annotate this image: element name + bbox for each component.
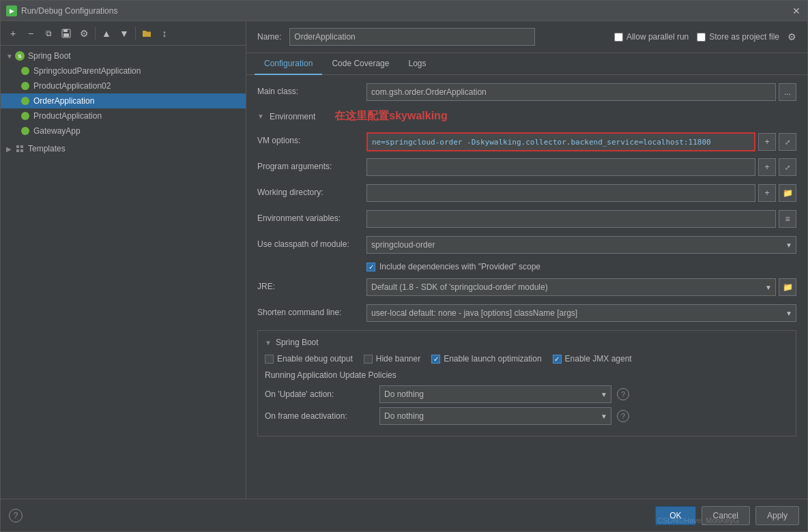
tab-code-coverage[interactable]: Code Coverage <box>322 53 399 75</box>
include-deps-checkbox[interactable]: ✓ <box>366 263 375 271</box>
hide-banner-label: Hide banner <box>376 354 420 364</box>
spring-boot-toggle[interactable]: ▼ <box>265 339 272 346</box>
store-project-group[interactable]: Store as project file <box>697 32 779 42</box>
jre-select-wrap: Default (1.8 - SDK of 'springcloud-order… <box>366 278 776 296</box>
update-action-select[interactable]: Do nothing <box>379 385 611 403</box>
tree-item-product-app[interactable]: ProductApplication <box>1 108 246 123</box>
right-panel: Name: Allow parallel run Store as projec… <box>246 21 807 499</box>
jre-select[interactable]: Default (1.8 - SDK of 'springcloud-order… <box>366 278 776 296</box>
store-project-checkbox[interactable] <box>697 33 706 42</box>
tree-item-product-app-02[interactable]: ProductApplication02 <box>1 78 246 93</box>
vm-options-fullscreen-button[interactable]: ⤢ <box>779 133 796 151</box>
toolbar-separator-2 <box>135 27 136 40</box>
dialog-title: Run/Debug Configurations <box>21 6 791 16</box>
hide-banner-item[interactable]: Hide banner <box>364 354 420 364</box>
name-label: Name: <box>257 32 281 42</box>
program-args-fullscreen-button[interactable]: ⤢ <box>779 158 796 176</box>
enable-launch-checkbox[interactable]: ✓ <box>431 355 440 364</box>
working-dir-input[interactable] <box>366 184 755 202</box>
product-app-02-icon <box>20 80 31 91</box>
update-action-label: On 'Update' action: <box>265 389 374 399</box>
frame-deactivation-select[interactable]: Do nothing <box>379 407 611 425</box>
allow-parallel-checkbox[interactable] <box>614 33 623 42</box>
move-down-button[interactable]: ▼ <box>116 25 132 42</box>
sort-button[interactable]: ↕ <box>156 25 173 42</box>
update-action-help-icon[interactable]: ? <box>617 388 629 400</box>
enable-jmx-label: Enable JMX agent <box>565 354 632 364</box>
classpath-input-wrap: springcloud-order ▼ <box>366 236 796 254</box>
settings-icon[interactable]: ⚙ <box>788 31 796 42</box>
env-vars-edit-button[interactable]: ≡ <box>779 210 796 228</box>
product-app-label: ProductApplication <box>33 111 102 121</box>
enable-debug-item[interactable]: Enable debug output <box>265 354 353 364</box>
vm-options-expand-button[interactable]: + <box>758 133 776 151</box>
shorten-label: Shorten command line: <box>257 304 366 317</box>
working-dir-expand-button[interactable]: + <box>758 184 776 202</box>
working-dir-browse-button[interactable]: 📁 <box>779 184 796 202</box>
tree-templates-group[interactable]: ▶ Templates <box>1 141 246 156</box>
order-app-label: OrderApplication <box>33 96 94 106</box>
classpath-select[interactable]: springcloud-order <box>366 236 796 254</box>
enable-jmx-item[interactable]: ✓ Enable JMX agent <box>553 354 632 364</box>
vm-options-input-wrap: + ⤢ <box>366 132 796 151</box>
shorten-select-wrap: user-local default: none - java [options… <box>366 304 796 322</box>
frame-deactivation-help-icon[interactable]: ? <box>617 410 629 422</box>
spring-boot-group-label: Spring Boot <box>28 51 71 61</box>
toolbar-separator-1 <box>95 27 96 40</box>
program-args-label: Program arguments: <box>257 158 366 171</box>
allow-parallel-group[interactable]: Allow parallel run <box>614 32 689 42</box>
working-dir-row: Working directory: + 📁 <box>257 184 796 203</box>
copy-configuration-button[interactable]: ⧉ <box>40 25 57 42</box>
vm-options-label: VM options: <box>257 132 366 145</box>
env-vars-label: Environment variables: <box>257 210 366 223</box>
run-debug-configurations-dialog: ▶ Run/Debug Configurations ✕ + − ⧉ ⚙ <box>0 0 808 532</box>
dialog-icon: ▶ <box>6 5 17 16</box>
bottom-left: ? <box>9 509 23 522</box>
settings-button[interactable]: ⚙ <box>76 25 92 42</box>
main-class-input[interactable] <box>366 83 776 101</box>
enable-launch-label: Enable launch optimization <box>444 354 541 364</box>
save-configuration-button[interactable] <box>58 25 74 42</box>
environment-toggle[interactable]: ▼ <box>257 113 264 120</box>
jre-browse-button[interactable]: 📁 <box>779 278 796 296</box>
tree-item-springcloud-parent[interactable]: SpringcloudParentApplication <box>1 63 246 78</box>
tree-item-gateway-app[interactable]: GatewayApp <box>1 123 246 138</box>
watermark-text: CSDN©Have_MonKeyG <box>657 516 739 524</box>
tree-spring-boot-group[interactable]: ▼ S Spring Boot <box>1 48 246 63</box>
env-vars-input[interactable] <box>366 210 776 228</box>
program-args-input[interactable] <box>366 158 755 176</box>
tab-configuration[interactable]: Configuration <box>255 53 322 75</box>
tree-item-order-app[interactable]: OrderApplication <box>1 93 246 108</box>
add-configuration-button[interactable]: + <box>5 25 21 42</box>
vm-options-input[interactable] <box>366 132 755 151</box>
name-input[interactable] <box>289 28 535 46</box>
include-deps-label: Include dependencies with "Provided" sco… <box>379 262 540 271</box>
apply-button[interactable]: Apply <box>755 506 799 525</box>
springcloud-parent-icon <box>20 65 31 76</box>
help-button[interactable]: ? <box>9 509 23 522</box>
tab-logs[interactable]: Logs <box>399 53 435 75</box>
configuration-form: Main class: ... ▼ Environment 在这里配置skywa… <box>246 75 807 499</box>
spring-boot-group-icon: S <box>14 50 25 61</box>
move-up-button[interactable]: ▲ <box>98 25 115 42</box>
header-options: Allow parallel run Store as project file… <box>614 31 796 42</box>
shorten-select[interactable]: user-local default: none - java [options… <box>366 304 796 322</box>
shorten-input-wrap: user-local default: none - java [options… <box>366 304 796 322</box>
working-dir-label: Working directory: <box>257 184 366 197</box>
frame-deactivation-row: On frame deactivation: Do nothing ▼ ? <box>265 407 789 425</box>
policies-title: Running Application Update Policies <box>265 370 789 380</box>
hide-banner-checkbox[interactable] <box>364 355 373 364</box>
bottom-panel: ? OK Cancel Apply <box>1 499 807 531</box>
close-button[interactable]: ✕ <box>791 5 802 16</box>
enable-jmx-checkbox[interactable]: ✓ <box>553 355 562 364</box>
folder-button[interactable] <box>139 25 155 42</box>
main-class-browse-button[interactable]: ... <box>779 83 796 101</box>
spring-boot-checkboxes: Enable debug output Hide banner ✓ Enable… <box>265 354 789 364</box>
enable-debug-checkbox[interactable] <box>265 355 274 364</box>
program-args-expand-button[interactable]: + <box>758 158 776 176</box>
jre-label: JRE: <box>257 278 366 291</box>
configurations-toolbar: + − ⧉ ⚙ ▲ ▼ <box>1 21 246 46</box>
program-args-input-wrap: + ⤢ <box>366 158 796 176</box>
remove-configuration-button[interactable]: − <box>23 25 39 42</box>
enable-launch-item[interactable]: ✓ Enable launch optimization <box>431 354 541 364</box>
